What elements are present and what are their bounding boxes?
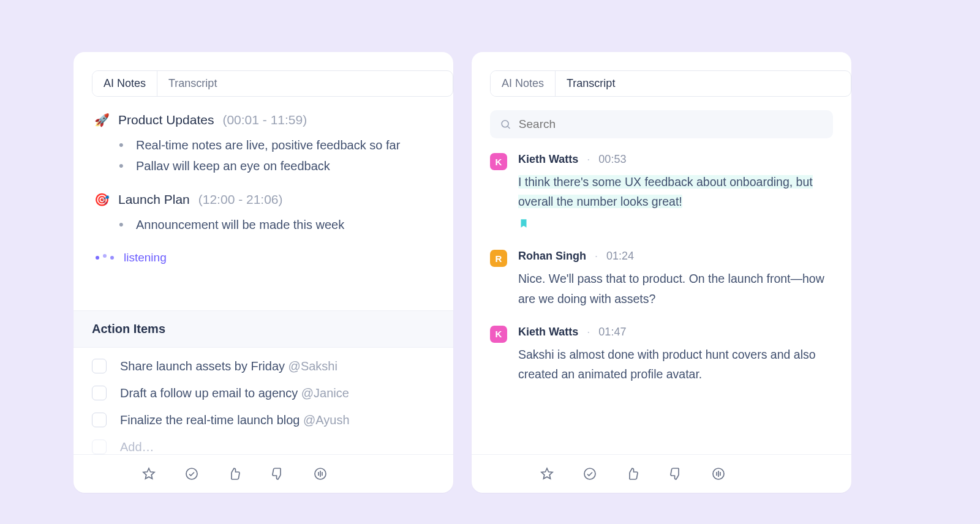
- transcript-entry: R Rohan Singh · 01:24 Nice. We'll pass t…: [490, 250, 833, 308]
- speaker-name: Rohan Singh: [518, 250, 586, 263]
- check-circle-icon[interactable]: [184, 466, 200, 482]
- checkbox: [92, 440, 107, 454]
- svg-point-2: [502, 121, 508, 127]
- action-text: Finalize the real-time launch blog: [120, 413, 303, 427]
- rocket-icon: 🚀: [94, 113, 110, 127]
- listening-indicator: listening: [94, 251, 432, 264]
- svg-point-0: [186, 468, 197, 479]
- action-item[interactable]: Finalize the real-time launch blog @Ayus…: [92, 413, 435, 427]
- action-text: Draft a follow up email to agency: [120, 386, 301, 400]
- audio-icon[interactable]: [710, 466, 726, 482]
- note-bullet: Real-time notes are live, positive feedb…: [119, 135, 432, 155]
- notes-body: 🚀 Product Updates (00:01 - 11:59) Real-t…: [74, 97, 453, 307]
- thumbs-up-icon[interactable]: [625, 466, 641, 482]
- timestamp: 01:47: [598, 326, 626, 339]
- transcript-entry: K Kieth Watts · 01:47 Sakshi is almost d…: [490, 326, 833, 384]
- transcript-list: K Kieth Watts · 00:53 I think there's so…: [472, 138, 851, 454]
- transcript-entry: K Kieth Watts · 00:53 I think there's so…: [490, 153, 833, 233]
- listening-label: listening: [124, 251, 167, 264]
- mention: @Janice: [301, 386, 349, 400]
- action-item[interactable]: Share launch assets by Friday @Sakshi: [92, 359, 435, 373]
- thumbs-down-icon[interactable]: [270, 466, 285, 482]
- section-time: (12:00 - 21:06): [198, 192, 283, 207]
- loading-dots-icon: [96, 256, 114, 260]
- dot-separator: ·: [587, 326, 590, 339]
- target-icon: 🎯: [94, 192, 110, 207]
- action-items-list: Share launch assets by Friday @Sakshi Dr…: [74, 348, 453, 454]
- transcript-text: Sakshi is almost done with product hunt …: [518, 345, 833, 384]
- add-action-item[interactable]: Add…: [92, 440, 435, 454]
- timestamp: 00:53: [598, 153, 626, 166]
- note-bullet: Pallav will keep an eye on feedback: [119, 155, 432, 176]
- checkbox[interactable]: [92, 413, 107, 427]
- dot-separator: ·: [587, 153, 590, 166]
- avatar: R: [490, 250, 507, 267]
- notes-section: 🚀 Product Updates (00:01 - 11:59) Real-t…: [94, 113, 432, 176]
- section-title: Launch Plan: [118, 192, 190, 207]
- search-field[interactable]: [490, 110, 833, 138]
- tab-ai-notes[interactable]: AI Notes: [491, 71, 555, 96]
- thumbs-up-icon[interactable]: [227, 466, 243, 482]
- dot-separator: ·: [595, 250, 598, 263]
- section-title: Product Updates: [118, 113, 214, 127]
- search-icon: [500, 118, 511, 130]
- section-time: (00:01 - 11:59): [222, 113, 307, 127]
- bookmark-icon[interactable]: [518, 217, 529, 233]
- notes-section: 🎯 Launch Plan (12:00 - 21:06) Announceme…: [94, 192, 432, 235]
- timestamp: 01:24: [606, 250, 634, 263]
- mention: @Sakshi: [288, 359, 337, 373]
- check-circle-icon[interactable]: [582, 466, 598, 482]
- star-icon[interactable]: [539, 466, 555, 482]
- card-toolbar: [472, 454, 851, 493]
- avatar: K: [490, 153, 507, 170]
- star-icon[interactable]: [141, 466, 157, 482]
- speaker-name: Kieth Watts: [518, 326, 578, 339]
- tab-transcript[interactable]: Transcript: [555, 71, 626, 96]
- tab-transcript[interactable]: Transcript: [157, 71, 228, 96]
- thumbs-down-icon[interactable]: [668, 466, 684, 482]
- transcript-text: I think there's some UX feedback about o…: [518, 175, 813, 208]
- audio-icon[interactable]: [312, 466, 328, 482]
- transcript-panel: AI Notes Transcript K Kieth Watts · 00:5…: [472, 52, 851, 493]
- add-placeholder: Add…: [120, 440, 154, 454]
- ai-notes-panel: AI Notes Transcript 🚀 Product Updates (0…: [74, 52, 453, 493]
- speaker-name: Kieth Watts: [518, 153, 578, 166]
- tabs-right: AI Notes Transcript: [490, 70, 851, 97]
- action-item[interactable]: Draft a follow up email to agency @Janic…: [92, 386, 435, 400]
- note-bullet: Announcement will be made this week: [119, 214, 432, 235]
- tabs-left: AI Notes Transcript: [92, 70, 453, 97]
- checkbox[interactable]: [92, 386, 107, 400]
- mention: @Ayush: [303, 413, 350, 427]
- card-toolbar: [74, 454, 453, 493]
- action-items-heading: Action Items: [74, 310, 453, 348]
- action-text: Share launch assets by Friday: [120, 359, 288, 373]
- avatar: K: [490, 326, 507, 343]
- svg-point-3: [584, 468, 595, 479]
- checkbox[interactable]: [92, 359, 107, 373]
- tab-ai-notes[interactable]: AI Notes: [92, 71, 157, 96]
- search-input[interactable]: [519, 118, 823, 131]
- transcript-text: Nice. We'll pass that to product. On the…: [518, 269, 833, 308]
